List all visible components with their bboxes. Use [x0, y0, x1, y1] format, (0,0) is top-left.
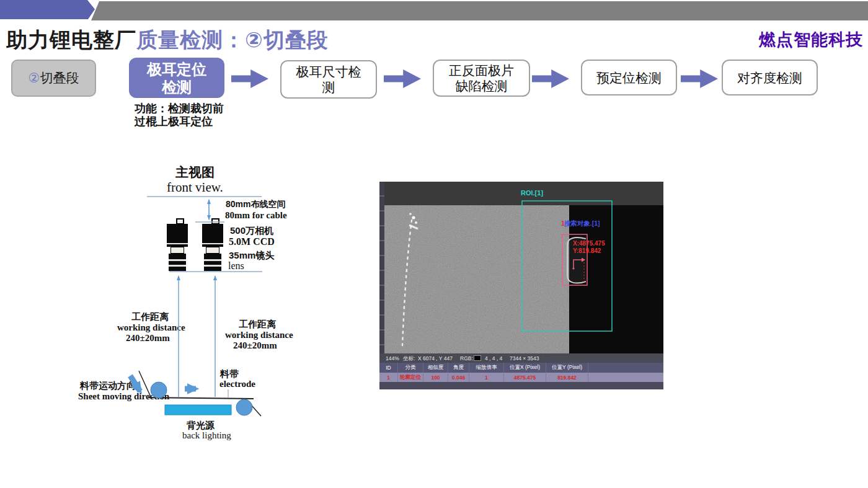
image-size: 7344 × 3543: [510, 355, 539, 362]
header-cell: 角度: [448, 363, 469, 373]
vision-ruler: [379, 182, 384, 353]
vision-software-screenshot: ROI.[1] 1 搜索对象.[1] X:4875.475 Y:819.842 …: [379, 182, 663, 389]
search-object-text: 搜索对象.[1]: [564, 220, 600, 227]
header-cell: 位置Y (Pixel): [546, 363, 588, 373]
roi-label: ROI.[1]: [521, 189, 543, 197]
result-cell-posx: 4875.475: [504, 373, 546, 382]
result-cell-similarity: 100: [423, 373, 448, 382]
slide: 助力锂电整厂质量检测：②切叠段 燃点智能科技 ②切叠段 极耳定位 检测 功能：检…: [0, 0, 868, 488]
result-table-header: ID 分类 相似度 角度 缩放倍率 位置X (Pixel) 位置Y (Pixel…: [379, 363, 663, 373]
result-cell-class: 轮廓定位: [398, 373, 423, 382]
header-cell: ID: [379, 363, 398, 373]
result-cell-posy: 819.842: [546, 373, 588, 382]
header-cell: 分类: [398, 363, 423, 373]
result-coordinate-x: X:4875.475: [573, 240, 605, 247]
header-cell: 相似度: [423, 363, 448, 373]
result-cell-angle: 0.046: [448, 373, 469, 382]
header-cell: 缩放倍率: [469, 363, 504, 373]
cursor-coord-value: X 6074 , Y 447: [418, 355, 453, 362]
search-object-label: 1 搜索对象.[1]: [561, 220, 600, 228]
vision-status-bar: 144% 坐标: X 6074 , Y 447 RGB: 4 , 4 , 4 7…: [379, 353, 663, 363]
zoom-level: 144%: [386, 355, 399, 362]
vision-camera-image: [384, 205, 569, 353]
vision-footer-strip: [379, 382, 663, 389]
cursor-coord-label: 坐标:: [403, 355, 415, 363]
result-cell-empty: [588, 373, 663, 382]
rgb-label: RGB:: [460, 355, 473, 362]
result-cell-id: 1: [379, 373, 398, 382]
rgb-value: 4 , 4 , 4: [485, 355, 502, 362]
rgb-swatch: [474, 355, 481, 361]
result-table-row: 1 轮廓定位 100 0.046 1 4875.475 819.842: [379, 373, 663, 382]
result-cell-scale: 1: [469, 373, 504, 382]
header-cell: [588, 363, 663, 373]
header-cell: 位置X (Pixel): [504, 363, 546, 373]
result-coordinate-y: Y:819.842: [573, 247, 601, 254]
